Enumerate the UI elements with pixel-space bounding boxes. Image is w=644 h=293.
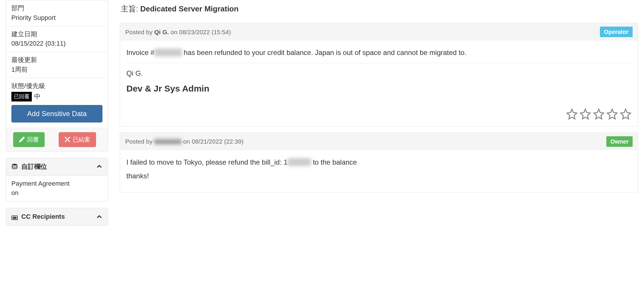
custom-fields-panel: 自訂欄位 Payment Agreement on xyxy=(6,158,108,201)
custom-field-value: on xyxy=(11,189,102,198)
post-timestamp: on 08/21/2022 (22:39) xyxy=(183,138,244,145)
created-value: 08/15/2022 (03:11) xyxy=(11,39,102,48)
redacted-bill-id: 000000 xyxy=(288,158,311,166)
created-row: 建立日期 08/15/2022 (03:11) xyxy=(6,26,108,52)
close-ticket-label: 已結案 xyxy=(73,136,90,144)
redacted-author: xxxxxxxx xyxy=(154,138,181,145)
redacted-invoice: 0000000 xyxy=(154,49,182,56)
custom-fields-header[interactable]: 自訂欄位 xyxy=(6,158,108,176)
chevron-up-icon xyxy=(96,163,102,170)
body-text: I failed to move to Tokyo, please refund… xyxy=(126,158,288,166)
divider xyxy=(126,63,631,63)
custom-fields-title: 自訂欄位 xyxy=(21,162,47,171)
department-label: 部門 xyxy=(11,4,102,13)
svg-point-0 xyxy=(12,164,17,166)
body-text: has been refunded to your credit balance… xyxy=(182,49,467,56)
custom-field-name: Payment Agreement xyxy=(11,179,102,188)
star-icon[interactable] xyxy=(566,108,578,120)
post-body: Invoice #0000000 has been refunded to yo… xyxy=(120,41,638,106)
post-author: Qi G. xyxy=(154,29,169,35)
rating-stars xyxy=(120,106,638,126)
ticket-reply-owner: Posted by xxxxxxxx on 08/21/2022 (22:39)… xyxy=(120,132,638,192)
database-icon xyxy=(11,163,18,170)
chevron-up-icon xyxy=(96,214,102,220)
star-icon[interactable] xyxy=(593,108,605,120)
ticket-info-panel: 部門 Priority Support 建立日期 08/15/2022 (03:… xyxy=(6,0,108,151)
close-icon xyxy=(65,137,70,142)
header-actions-cutoff xyxy=(120,0,638,1)
body-text: to the balance xyxy=(311,158,357,166)
post-timestamp: on 08/23/2022 (15:54) xyxy=(170,29,231,35)
status-row: 狀態/優先級 已回覆 中 xyxy=(6,78,108,105)
signature-title: Dev & Jr Sys Admin xyxy=(126,82,631,95)
priority-value: 中 xyxy=(34,92,41,101)
updated-row: 最後更新 1周前 xyxy=(6,52,108,78)
svg-text:CC: CC xyxy=(13,216,17,219)
posted-by-prefix: Posted by xyxy=(125,138,152,145)
created-label: 建立日期 xyxy=(11,30,102,39)
role-badge-owner: Owner xyxy=(606,136,633,147)
subject-value: Dedicated Server Migration xyxy=(140,4,239,13)
reply-button-label: 回覆 xyxy=(27,136,39,144)
post-body: I failed to move to Tokyo, please refund… xyxy=(120,150,638,192)
status-label: 狀態/優先級 xyxy=(11,82,102,91)
updated-label: 最後更新 xyxy=(11,56,102,65)
department-value: Priority Support xyxy=(11,13,102,23)
star-icon[interactable] xyxy=(579,108,591,120)
pencil-icon xyxy=(19,137,25,142)
body-text: thanks! xyxy=(126,171,631,181)
add-sensitive-data-button[interactable]: Add Sensitive Data xyxy=(11,105,102,123)
updated-value: 1周前 xyxy=(11,65,102,74)
cc-recipients-title: CC Recipients xyxy=(21,212,65,221)
body-text: Invoice # xyxy=(126,49,154,56)
signature-name: Qi G. xyxy=(126,68,631,78)
cc-recipients-header[interactable]: CC CC Recipients xyxy=(6,208,108,225)
subject-label: 主旨: xyxy=(121,4,138,13)
close-ticket-button[interactable]: 已結案 xyxy=(59,132,96,147)
ticket-reply-operator: Posted by Qi G. on 08/23/2022 (15:54) Op… xyxy=(120,23,638,126)
post-header: Posted by xxxxxxxx on 08/21/2022 (22:39)… xyxy=(120,133,638,150)
star-icon[interactable] xyxy=(606,108,618,120)
star-icon[interactable] xyxy=(620,108,631,120)
department-row: 部門 Priority Support xyxy=(6,0,108,26)
reply-button[interactable]: 回覆 xyxy=(13,132,45,147)
custom-field-row: Payment Agreement on xyxy=(6,176,108,201)
status-badge: 已回覆 xyxy=(11,92,32,101)
cc-icon: CC xyxy=(11,214,18,220)
cc-recipients-panel: CC CC Recipients xyxy=(6,208,108,226)
posted-by-prefix: Posted by xyxy=(125,29,152,35)
subject-line: 主旨: Dedicated Server Migration xyxy=(120,3,638,23)
role-badge-operator: Operator xyxy=(600,27,633,37)
post-header: Posted by Qi G. on 08/23/2022 (15:54) Op… xyxy=(120,23,638,41)
